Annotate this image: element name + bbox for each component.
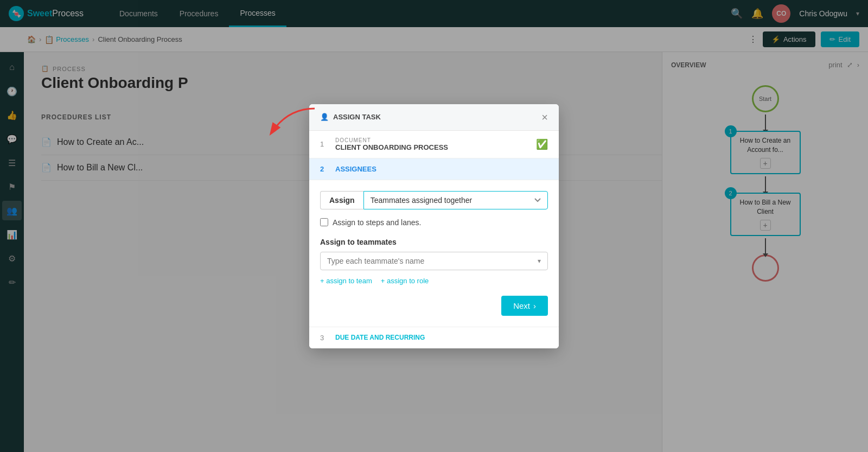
modal-title: 👤 ASSIGN TASK: [320, 113, 381, 121]
step-2: 2 ASSIGNEES: [309, 158, 559, 180]
teammates-label: Assign to teammates: [320, 238, 548, 246]
modal-body: Assign Teammates assigned together Each …: [309, 180, 559, 327]
modal-header: 👤 ASSIGN TASK ×: [309, 104, 559, 131]
step-1-num: 1: [320, 140, 329, 148]
next-arrow-icon: ›: [533, 301, 536, 310]
modal-close-button[interactable]: ×: [541, 112, 548, 123]
step-2-num: 2: [320, 165, 329, 173]
step-1-check-icon: ✅: [536, 138, 548, 150]
checkbox-label: Assign to steps and lanes.: [333, 218, 421, 227]
step-1: 1 DOCUMENT CLIENT ONBOARDING PROCESS ✅: [309, 131, 559, 158]
assign-row: Assign Teammates assigned together Each …: [320, 191, 548, 209]
assign-steps-checkbox[interactable]: [320, 218, 328, 226]
next-button[interactable]: Next ›: [501, 296, 548, 316]
teammate-input[interactable]: [327, 257, 538, 265]
step-2-content: ASSIGNEES: [335, 165, 548, 173]
dropdown-arrow-icon[interactable]: ▾: [538, 257, 541, 265]
checkbox-row: Assign to steps and lanes.: [320, 218, 548, 227]
step-3-content: DUE DATE AND RECURRING: [335, 334, 548, 341]
step-3-num: 3: [320, 334, 329, 342]
assign-button[interactable]: Assign: [320, 191, 363, 209]
step-1-content: DOCUMENT CLIENT ONBOARDING PROCESS: [335, 137, 529, 151]
assign-to-team-link[interactable]: + assign to team: [320, 277, 372, 285]
user-icon: 👤: [320, 113, 329, 121]
assign-links: + assign to team + assign to role: [320, 277, 548, 285]
next-btn-row: Next ›: [320, 296, 548, 316]
assign-select[interactable]: Teammates assigned together Each teammat…: [363, 191, 548, 209]
assign-to-role-link[interactable]: + assign to role: [381, 277, 429, 285]
assign-task-modal: 👤 ASSIGN TASK × 1 DOCUMENT CLIENT ONBOAR…: [309, 104, 559, 348]
step-3: 3 DUE DATE AND RECURRING: [309, 327, 559, 348]
teammate-input-row: ▾: [320, 252, 548, 270]
modal-overlay: 👤 ASSIGN TASK × 1 DOCUMENT CLIENT ONBOAR…: [0, 0, 868, 452]
